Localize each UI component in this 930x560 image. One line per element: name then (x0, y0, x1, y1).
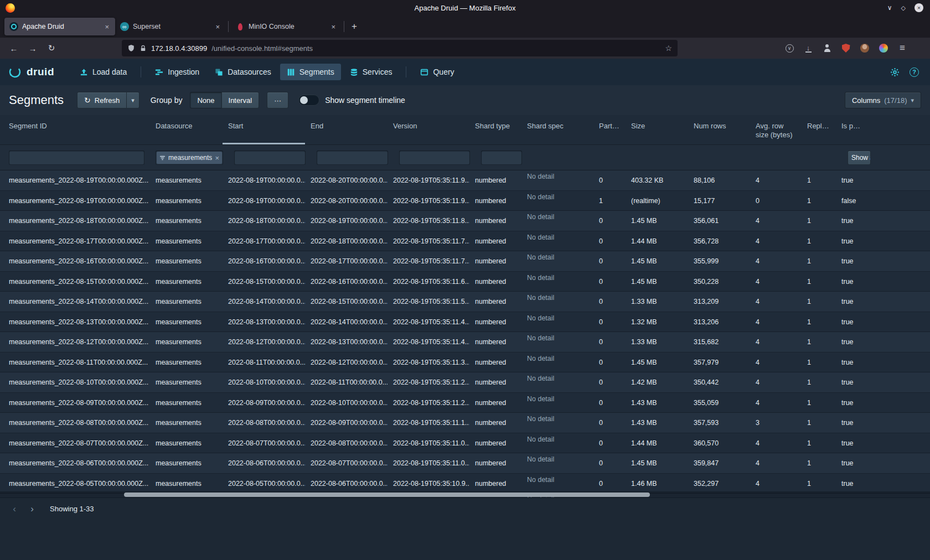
cell-segment_id[interactable]: measurements_2022-08-08T00:00:00.000Z... (3, 419, 150, 427)
cell-size[interactable]: 1.45 MB (626, 217, 688, 225)
cell-datasource[interactable]: measurements (150, 197, 223, 205)
cell-shard_type[interactable]: numbered (469, 399, 521, 407)
cell-num_rows[interactable]: 350,442 (688, 378, 750, 386)
cell-is_published[interactable]: true (836, 298, 869, 305)
nav-item-datasources[interactable]: Datasources (208, 64, 278, 80)
cell-end[interactable]: 2022-08-14T00:00:00.0... (305, 318, 388, 326)
cell-segment_id[interactable]: measurements_2022-08-19T00:00:00.000Z... (3, 197, 150, 205)
cell-segment_id[interactable]: measurements_2022-08-06T00:00:00.000Z... (3, 459, 150, 467)
cell-datasource[interactable]: measurements (150, 237, 223, 245)
cell-is_published[interactable]: false (836, 197, 869, 205)
cell-avg_row_size[interactable]: 4 (750, 318, 802, 326)
cell-partition[interactable]: 0 (593, 257, 626, 265)
cell-end[interactable]: 2022-08-07T00:00:00.0... (305, 459, 388, 467)
back-button[interactable]: ← (6, 40, 22, 56)
published-filter-select[interactable]: Show all (848, 151, 871, 165)
cell-num_rows[interactable]: 15,177 (688, 197, 750, 205)
cell-num_rows[interactable]: 350,228 (688, 278, 750, 286)
cell-size[interactable]: 1.32 MB (626, 318, 688, 326)
cell-shard_spec[interactable]: No detail (521, 332, 593, 342)
filter-input-end[interactable] (317, 151, 388, 165)
cell-partition[interactable]: 1 (593, 197, 626, 205)
column-header-start[interactable]: Start (223, 115, 305, 144)
cell-avg_row_size[interactable]: 4 (750, 177, 802, 184)
cell-size[interactable]: 1.43 MB (626, 419, 688, 427)
maximize-icon[interactable]: ◇ (901, 3, 906, 12)
cell-avg_row_size[interactable]: 4 (750, 217, 802, 225)
column-header-avg_row_size[interactable]: Avg. row size (bytes) (750, 115, 802, 144)
cell-replication[interactable]: 1 (802, 257, 836, 265)
cell-start[interactable]: 2022-08-19T00:00:00.0... (223, 197, 305, 205)
cell-end[interactable]: 2022-08-17T00:00:00.0... (305, 257, 388, 265)
filter-input-shard_type[interactable] (481, 151, 522, 165)
cell-replication[interactable]: 1 (802, 480, 836, 488)
cell-start[interactable]: 2022-08-07T00:00:00.0... (223, 439, 305, 447)
column-header-datasource[interactable]: Datasource (150, 115, 223, 144)
group-interval-button[interactable]: Interval (221, 92, 260, 108)
nav-item-query[interactable]: Query (414, 64, 461, 80)
cell-datasource[interactable]: measurements (150, 278, 223, 286)
cell-replication[interactable]: 1 (802, 177, 836, 184)
refresh-button[interactable]: ↻ Refresh (77, 92, 127, 108)
help-icon[interactable]: ? (910, 68, 919, 77)
cell-end[interactable]: 2022-08-19T00:00:00.0... (305, 217, 388, 225)
cell-partition[interactable]: 0 (593, 237, 626, 245)
cell-datasource[interactable]: measurements (150, 338, 223, 346)
filter-input-segment_id[interactable] (9, 151, 144, 165)
cell-is_published[interactable]: true (836, 359, 869, 366)
cell-version[interactable]: 2022-08-19T05:35:11.2... (388, 378, 469, 386)
cell-partition[interactable]: 0 (593, 419, 626, 427)
cell-num_rows[interactable]: 88,106 (688, 177, 750, 184)
cell-shard_type[interactable]: numbered (469, 419, 521, 427)
cell-num_rows[interactable]: 313,209 (688, 298, 750, 305)
column-header-end[interactable]: End (305, 115, 388, 144)
pocket-icon[interactable]: ∨ (781, 40, 798, 56)
cell-shard_spec[interactable]: No detail (521, 413, 593, 423)
cell-is_published[interactable]: true (836, 278, 869, 286)
cell-start[interactable]: 2022-08-14T00:00:00.0... (223, 298, 305, 305)
cell-start[interactable]: 2022-08-17T00:00:00.0... (223, 237, 305, 245)
cell-num_rows[interactable]: 315,682 (688, 338, 750, 346)
cell-end[interactable]: 2022-08-09T00:00:00.0... (305, 419, 388, 427)
cell-start[interactable]: 2022-08-06T00:00:00.0... (223, 459, 305, 467)
cell-shard_spec[interactable]: No detail (521, 433, 593, 443)
cell-version[interactable]: 2022-08-19T05:35:11.5... (388, 298, 469, 305)
cell-datasource[interactable]: measurements (150, 459, 223, 467)
cell-end[interactable]: 2022-08-15T00:00:00.0... (305, 298, 388, 305)
cell-size[interactable]: 1.45 MB (626, 459, 688, 467)
cell-segment_id[interactable]: measurements_2022-08-11T00:00:00.000Z... (3, 359, 150, 366)
cell-end[interactable]: 2022-08-12T00:00:00.0... (305, 359, 388, 366)
cell-avg_row_size[interactable]: 3 (750, 419, 802, 427)
nav-item-services[interactable]: Services (343, 64, 399, 80)
cell-start[interactable]: 2022-08-13T00:00:00.0... (223, 318, 305, 326)
cell-num_rows[interactable]: 352,297 (688, 480, 750, 488)
menu-icon[interactable]: ≡ (894, 40, 911, 56)
cell-shard_spec[interactable]: No detail (521, 352, 593, 362)
cell-size[interactable]: 1.33 MB (626, 338, 688, 346)
cell-shard_type[interactable]: numbered (469, 359, 521, 366)
column-header-size[interactable]: Size (626, 115, 688, 144)
extensions-icon[interactable] (875, 40, 892, 56)
column-header-partition[interactable]: Partition (593, 115, 626, 144)
cell-end[interactable]: 2022-08-06T00:00:00.0... (305, 480, 388, 488)
cell-size[interactable]: 1.45 MB (626, 359, 688, 366)
nav-item-segments[interactable]: Segments (280, 64, 341, 80)
cell-avg_row_size[interactable]: 4 (750, 257, 802, 265)
cell-size[interactable]: 1.43 MB (626, 399, 688, 407)
cell-shard_type[interactable]: numbered (469, 459, 521, 467)
cell-num_rows[interactable]: 359,847 (688, 459, 750, 467)
cell-avg_row_size[interactable]: 4 (750, 399, 802, 407)
cell-shard_type[interactable]: numbered (469, 338, 521, 346)
tab-close-icon[interactable]: × (330, 23, 337, 31)
cell-datasource[interactable]: measurements (150, 177, 223, 184)
cell-start[interactable]: 2022-08-11T00:00:00.0... (223, 359, 305, 366)
cell-size[interactable]: 1.45 MB (626, 257, 688, 265)
cell-end[interactable]: 2022-08-11T00:00:00.0... (305, 378, 388, 386)
cell-segment_id[interactable]: measurements_2022-08-07T00:00:00.000Z... (3, 439, 150, 447)
cell-start[interactable]: 2022-08-18T00:00:00.0... (223, 217, 305, 225)
tab-close-icon[interactable]: × (104, 23, 110, 31)
cell-shard_type[interactable]: numbered (469, 237, 521, 245)
cell-size[interactable]: 1.45 MB (626, 278, 688, 286)
cell-size[interactable]: 1.44 MB (626, 237, 688, 245)
cell-version[interactable]: 2022-08-19T05:35:11.1... (388, 419, 469, 427)
